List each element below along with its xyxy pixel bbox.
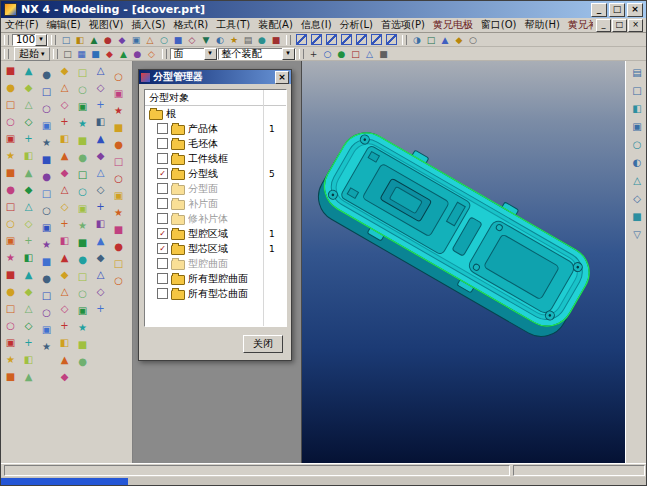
toolbar-grip[interactable] (51, 35, 56, 45)
tool-icon[interactable]: ○ (39, 101, 54, 116)
tool-icon[interactable]: ● (75, 252, 90, 267)
checkbox-checked-icon[interactable]: ✓ (157, 168, 168, 179)
tool-icon[interactable]: ★ (111, 205, 126, 220)
tool-icon[interactable]: ○ (39, 203, 54, 218)
tool-icon[interactable]: ◆ (57, 267, 72, 282)
tool-icon[interactable]: ▣ (39, 220, 54, 235)
tool-icon[interactable]: + (93, 97, 108, 112)
tool-icon[interactable]: + (21, 335, 36, 350)
selection-scope-combo[interactable]: 整个装配 ▾ (218, 48, 296, 60)
tool-icon[interactable]: ▲ (21, 369, 36, 384)
tool-icon[interactable]: ● (75, 150, 90, 165)
tool-icon[interactable]: ★ (3, 352, 18, 367)
tool-icon[interactable]: ○ (111, 273, 126, 288)
tool-icon[interactable]: ▣ (3, 335, 18, 350)
tool-icon[interactable]: ○ (75, 184, 90, 199)
tool-icon[interactable]: ▦ (75, 48, 89, 60)
checkbox-checked-icon[interactable]: ✓ (157, 228, 168, 239)
tool-icon[interactable]: ◇ (21, 216, 36, 231)
tool-icon[interactable]: □ (111, 154, 126, 169)
tool-icon[interactable]: ◆ (57, 63, 72, 78)
tool-icon[interactable]: ◧ (93, 114, 108, 129)
tool-icon[interactable]: ▣ (111, 86, 126, 101)
tool-icon[interactable]: + (57, 216, 72, 231)
tool-icon[interactable]: △ (93, 63, 108, 78)
tool-icon[interactable]: □ (39, 288, 54, 303)
checkbox-icon[interactable] (157, 123, 168, 134)
tool-icon[interactable]: ■ (75, 235, 90, 250)
tool-icon[interactable]: □ (3, 301, 18, 316)
tool-icon[interactable]: ○ (630, 137, 645, 152)
tool-icon[interactable]: ★ (3, 250, 18, 265)
tool-icon[interactable]: ▣ (75, 303, 90, 318)
tool-icon[interactable]: ▲ (438, 34, 452, 46)
tool-icon[interactable]: ◧ (630, 101, 645, 116)
tool-icon[interactable]: ● (111, 137, 126, 152)
tool-icon[interactable]: ○ (3, 216, 18, 231)
tree-row-6[interactable]: 补片面 (145, 196, 286, 211)
tree-row-1[interactable]: 产品体1 (145, 121, 286, 136)
tool-icon[interactable]: ◧ (57, 233, 72, 248)
tool-icon[interactable]: ★ (75, 218, 90, 233)
tool-icon[interactable]: ○ (466, 34, 480, 46)
tool-icon[interactable]: □ (61, 48, 75, 60)
tool-icon[interactable]: + (307, 48, 321, 60)
view-cube-icon[interactable] (311, 34, 322, 45)
tool-icon[interactable]: ◇ (93, 284, 108, 299)
tool-icon[interactable]: ▤ (241, 34, 255, 46)
tool-icon[interactable]: ▣ (75, 99, 90, 114)
tool-icon[interactable]: ■ (630, 209, 645, 224)
tool-icon[interactable]: ▲ (87, 34, 101, 46)
toolbar-grip[interactable] (53, 49, 58, 59)
dialog-close-icon[interactable]: × (275, 71, 289, 84)
tool-icon[interactable]: □ (39, 186, 54, 201)
tool-icon[interactable]: ● (39, 271, 54, 286)
tool-icon[interactable]: ▲ (93, 233, 108, 248)
tool-icon[interactable]: □ (3, 199, 18, 214)
tool-icon[interactable]: ★ (111, 103, 126, 118)
menu-item-5[interactable]: 格式(R) (170, 18, 213, 32)
model-3d[interactable] (309, 118, 602, 346)
zoom-combo[interactable]: 100 ▾ (12, 34, 48, 46)
tool-icon[interactable]: ◧ (21, 250, 36, 265)
checkbox-icon[interactable] (157, 153, 168, 164)
tool-icon[interactable]: ● (3, 80, 18, 95)
tool-icon[interactable]: ● (3, 284, 18, 299)
tool-icon[interactable]: ● (255, 34, 269, 46)
tool-icon[interactable]: ◧ (57, 131, 72, 146)
tool-icon[interactable]: ▲ (21, 267, 36, 282)
tool-icon[interactable]: + (57, 318, 72, 333)
tree-row-8[interactable]: ✓型腔区域1 (145, 226, 286, 241)
tool-icon[interactable]: ■ (111, 120, 126, 135)
tool-icon[interactable]: △ (93, 165, 108, 180)
dialog-close-button[interactable]: 关闭 (243, 335, 283, 353)
toolbar-grip[interactable] (402, 35, 407, 45)
tree-row-2[interactable]: 毛坯体 (145, 136, 286, 151)
tree-row-12[interactable]: 所有型芯曲面 (145, 286, 286, 301)
chevron-down-icon[interactable]: ▾ (35, 34, 47, 46)
toolbar-grip[interactable] (299, 49, 304, 59)
tool-icon[interactable]: ■ (89, 48, 103, 60)
tree-row-5[interactable]: 分型面 (145, 181, 286, 196)
tool-icon[interactable]: ● (111, 239, 126, 254)
tree-row-4[interactable]: ✓分型线5 (145, 166, 286, 181)
tool-icon[interactable]: ▲ (57, 250, 72, 265)
tool-icon[interactable]: ○ (3, 318, 18, 333)
tool-icon[interactable]: ◇ (21, 318, 36, 333)
checkbox-icon[interactable] (157, 183, 168, 194)
tool-icon[interactable]: □ (630, 83, 645, 98)
tool-icon[interactable]: ■ (111, 222, 126, 237)
tool-icon[interactable]: ● (39, 67, 54, 82)
tool-icon[interactable]: □ (75, 65, 90, 80)
tool-icon[interactable]: ◆ (452, 34, 466, 46)
tool-icon[interactable]: □ (75, 269, 90, 284)
menu-item-12[interactable]: 窗口(O) (477, 18, 521, 32)
tool-icon[interactable]: ▲ (93, 131, 108, 146)
menu-item-3[interactable]: 视图(V) (85, 18, 128, 32)
tool-icon[interactable]: ◇ (21, 114, 36, 129)
view-cube-icon[interactable] (356, 34, 367, 45)
tool-icon[interactable]: ◑ (410, 34, 424, 46)
tool-icon[interactable]: ▣ (75, 201, 90, 216)
tool-icon[interactable]: ○ (75, 286, 90, 301)
tool-icon[interactable]: □ (111, 256, 126, 271)
